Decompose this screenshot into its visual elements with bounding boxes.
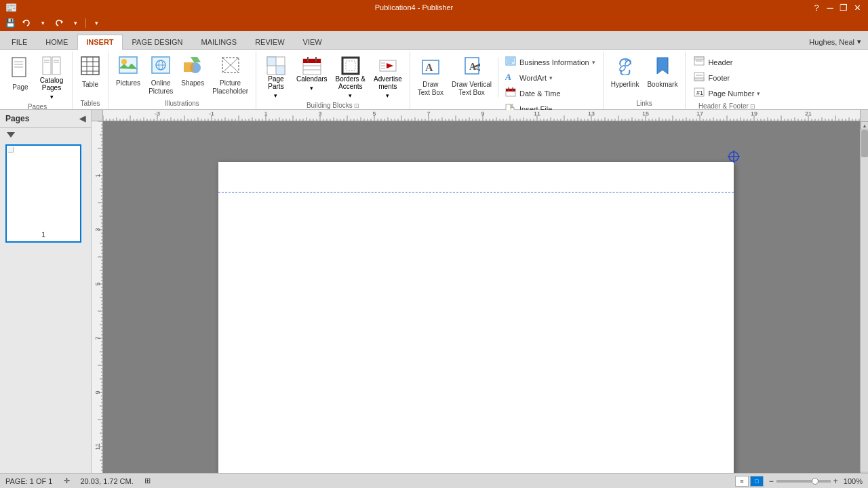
- shapes-button[interactable]: Shapes: [178, 54, 208, 95]
- bookmark-button[interactable]: Bookmark: [644, 54, 681, 95]
- ruler-corner-right: [860, 110, 868, 121]
- svg-rect-19: [119, 57, 137, 73]
- tab-view[interactable]: VIEW: [294, 35, 331, 49]
- tab-file[interactable]: FILE: [3, 35, 36, 49]
- page-parts-top[interactable]: PageParts: [260, 54, 292, 92]
- undo-button[interactable]: [19, 16, 34, 30]
- pages-panel-title: Pages: [5, 114, 29, 123]
- view-page[interactable]: □: [750, 476, 764, 487]
- calendars-icon: [302, 56, 321, 75]
- wordart-button[interactable]: A WordArt ▾: [501, 70, 599, 85]
- layout-icon: ⊞: [144, 476, 151, 485]
- catalog-pages-button: CatalogPages ▾: [35, 54, 68, 102]
- zoom-track[interactable]: [776, 480, 831, 483]
- page-button[interactable]: Page: [7, 54, 34, 95]
- header-icon: [693, 56, 705, 68]
- page-fold-corner: [8, 147, 14, 152]
- online-pictures-button[interactable]: OnlinePictures: [145, 54, 176, 95]
- scroll-up-button[interactable]: ▲: [861, 121, 868, 129]
- picture-placeholder-button[interactable]: PicturePlaceholder: [209, 54, 252, 95]
- hyperlink-button[interactable]: Hyperlink: [608, 54, 643, 95]
- borders-accents-top[interactable]: Borders &Accents: [332, 54, 369, 92]
- page-number-arrow: ▾: [757, 90, 760, 97]
- page-parts-arrow[interactable]: ▾: [260, 92, 292, 100]
- svg-rect-40: [342, 58, 359, 74]
- borders-accents-arrow[interactable]: ▾: [332, 92, 369, 100]
- advertisements-top[interactable]: Advertisements: [370, 54, 406, 92]
- header-button[interactable]: Header: [690, 54, 764, 70]
- user-chevron: ▾: [857, 37, 861, 46]
- zoom-slider[interactable]: − +: [769, 476, 838, 486]
- borders-accents-icon: [341, 56, 360, 75]
- svg-rect-32: [267, 57, 276, 66]
- zoom-thumb[interactable]: [812, 478, 818, 485]
- calendars-arrow[interactable]: ▾: [293, 84, 331, 93]
- pages-panel-fold-indicator: [7, 132, 15, 138]
- page-parts-button: PageParts ▾: [260, 54, 292, 100]
- page-icon: [11, 56, 30, 82]
- minimize-button[interactable]: ─: [825, 2, 835, 13]
- page-parts-icon: [267, 56, 285, 75]
- pictures-button[interactable]: Pictures: [113, 54, 144, 95]
- links-group-content: Hyperlink Bookmark: [608, 53, 682, 98]
- zoom-in-button[interactable]: +: [833, 476, 838, 486]
- pages-panel-collapse-button[interactable]: ◀: [79, 114, 85, 123]
- advertisements-arrow[interactable]: ▾: [370, 92, 406, 100]
- svg-point-20: [121, 59, 127, 64]
- tables-group-content: Table: [77, 53, 104, 98]
- footer-button[interactable]: Footer: [690, 70, 764, 85]
- draw-vertical-textbox-button[interactable]: AA Draw VerticalText Box: [448, 54, 495, 95]
- bookmark-label: Bookmark: [647, 81, 677, 89]
- tab-home[interactable]: HOME: [37, 35, 77, 49]
- bookmark-icon: [653, 56, 672, 79]
- calendars-top[interactable]: Calendars: [293, 54, 331, 84]
- table-button[interactable]: Table: [77, 54, 104, 95]
- zoom-out-button[interactable]: −: [769, 476, 774, 486]
- header-footer-expand[interactable]: ⊡: [750, 103, 755, 110]
- ruler-corner: [92, 110, 103, 121]
- save-button[interactable]: 💾: [3, 16, 18, 30]
- datetime-button[interactable]: Date & Time: [501, 85, 599, 101]
- business-info-arrow: ▾: [592, 59, 595, 66]
- page-number-button[interactable]: #1 Page Number ▾: [690, 85, 764, 101]
- svg-rect-58: [506, 89, 515, 92]
- customize-qa[interactable]: ▾: [89, 16, 104, 30]
- catalog-pages-arrow[interactable]: ▾: [35, 93, 68, 102]
- redo-button[interactable]: [52, 16, 66, 30]
- vertical-ruler-canvas: [92, 121, 103, 480]
- redo-arrow[interactable]: ▾: [68, 16, 83, 30]
- close-button[interactable]: ✕: [852, 2, 863, 13]
- catalog-pages-top[interactable]: CatalogPages: [35, 54, 68, 93]
- undo-arrow[interactable]: ▾: [35, 16, 50, 30]
- header-margin-line: [218, 192, 734, 192]
- scroll-thumb-v[interactable]: [861, 130, 868, 157]
- ribbon-content: Page CatalogPages ▾ Pages Ta: [0, 50, 868, 110]
- draw-textbox-button[interactable]: A DrawText Box: [414, 54, 447, 95]
- tab-page-design[interactable]: PAGE DESIGN: [123, 35, 192, 49]
- restore-button[interactable]: ❐: [838, 2, 849, 13]
- tab-review[interactable]: REVIEW: [246, 35, 293, 49]
- pages-panel-header: Pages ◀: [0, 110, 91, 128]
- building-blocks-expand[interactable]: ⊡: [354, 102, 359, 109]
- tab-insert[interactable]: INSERT: [77, 35, 122, 50]
- canvas-page: [218, 162, 734, 480]
- canvas-scroll[interactable]: [103, 121, 860, 480]
- datetime-icon: [505, 87, 517, 99]
- page-thumb-number-1: 1: [41, 230, 45, 239]
- vertical-scrollbar[interactable]: ▲ ▼: [860, 121, 868, 480]
- svg-rect-35: [303, 59, 321, 63]
- help-button[interactable]: ?: [811, 2, 822, 13]
- tables-group-label: Tables: [77, 98, 104, 109]
- header-footer-group-content: Header Footer #1 Page Number ▾: [690, 53, 764, 101]
- cursor-position: 20.03, 1.72 CM.: [81, 477, 134, 485]
- page-thumbnail-1[interactable]: 1: [5, 144, 81, 243]
- tab-mailings[interactable]: MAILINGS: [193, 35, 246, 49]
- zoom-level: 100%: [844, 477, 863, 485]
- business-info-button[interactable]: Business Information ▾: [501, 54, 599, 70]
- user-info: Hughes, Neal ▾: [802, 35, 868, 49]
- ribbon-group-tables: Table Tables: [73, 52, 108, 109]
- pictures-button-label: Pictures: [116, 79, 140, 87]
- borders-accents-button: Borders &Accents ▾: [332, 54, 369, 100]
- cursor-icon: ✛: [64, 476, 70, 485]
- view-normal[interactable]: ≡: [735, 476, 749, 487]
